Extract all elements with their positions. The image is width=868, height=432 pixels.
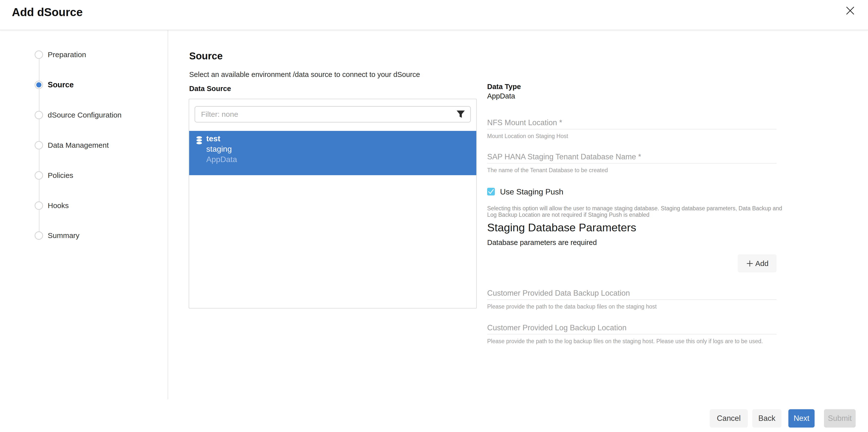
data-backup-location-field[interactable]: Customer Provided Data Backup Location P… xyxy=(487,288,776,310)
step-preparation[interactable]: Preparation xyxy=(35,50,86,59)
data-source-listbox: test staging AppData xyxy=(189,99,477,309)
step-circle xyxy=(35,171,43,180)
data-source-label: Data Source xyxy=(189,85,231,93)
staging-db-parameters-title: Staging Database Parameters xyxy=(487,221,636,234)
step-circle xyxy=(35,231,43,240)
log-backup-location-field[interactable]: Customer Provided Log Backup Location Pl… xyxy=(487,323,776,345)
database-icon xyxy=(196,136,203,144)
step-dsource-configuration[interactable]: dSource Configuration xyxy=(35,111,122,119)
step-circle xyxy=(35,201,43,210)
field-label: Customer Provided Data Backup Location xyxy=(487,288,776,298)
submit-button[interactable]: Submit xyxy=(824,409,856,428)
use-staging-push-label[interactable]: Use Staging Push xyxy=(500,187,563,197)
field-underline xyxy=(487,163,776,164)
step-circle xyxy=(35,51,43,59)
close-button[interactable] xyxy=(843,3,858,18)
filter-input[interactable] xyxy=(195,106,471,122)
step-label: dSource Configuration xyxy=(48,111,122,119)
step-label: Data Management xyxy=(48,141,109,149)
step-source[interactable]: Source xyxy=(35,80,74,89)
list-item-name: test xyxy=(206,133,237,144)
tenant-database-name-field[interactable]: SAP HANA Staging Tenant Database Name * … xyxy=(487,152,776,174)
use-staging-push-checkbox[interactable] xyxy=(487,188,495,196)
step-data-management[interactable]: Data Management xyxy=(35,141,109,150)
step-label: Summary xyxy=(48,231,80,240)
back-button[interactable]: Back xyxy=(752,409,781,428)
data-type-label: Data Type xyxy=(487,83,521,91)
add-parameter-button[interactable]: Add xyxy=(738,254,776,272)
field-underline xyxy=(487,334,776,335)
page-description: Select an available environment /data so… xyxy=(189,70,420,79)
list-item-text: test staging AppData xyxy=(206,133,237,165)
nfs-mount-location-field[interactable]: NFS Mount Location * Mount Location on S… xyxy=(487,118,776,140)
add-button-label: Add xyxy=(755,259,768,268)
field-label: SAP HANA Staging Tenant Database Name * xyxy=(487,152,776,162)
step-label: Source xyxy=(48,80,74,89)
field-helper: The name of the Tenant Database to be cr… xyxy=(487,167,776,174)
step-hooks[interactable]: Hooks xyxy=(35,201,69,210)
step-label: Policies xyxy=(48,171,73,180)
add-dsource-dialog: Add dSource Preparation Source dSource C… xyxy=(0,0,868,432)
step-label: Hooks xyxy=(48,201,69,210)
step-label: Preparation xyxy=(48,51,86,59)
sidebar-divider xyxy=(168,30,168,399)
step-policies[interactable]: Policies xyxy=(35,171,73,180)
dialog-title: Add dSource xyxy=(12,5,83,19)
checkbox-check-icon xyxy=(488,189,494,195)
list-item-environment: staging xyxy=(206,144,237,154)
next-button[interactable]: Next xyxy=(788,409,814,428)
field-helper: Please provide the path to the log backu… xyxy=(487,338,776,345)
list-item-data-type: AppData xyxy=(206,154,237,165)
step-circle xyxy=(35,141,43,149)
step-circle xyxy=(35,111,43,119)
field-underline xyxy=(487,129,776,129)
cancel-button[interactable]: Cancel xyxy=(710,409,748,428)
plus-icon xyxy=(746,259,754,268)
step-summary[interactable]: Summary xyxy=(35,231,80,240)
close-icon xyxy=(844,4,857,17)
data-source-list-item-selected[interactable]: test staging AppData xyxy=(189,131,476,175)
page-title: Source xyxy=(189,51,223,62)
data-type-value: AppData xyxy=(487,92,515,100)
dialog-header: Add dSource xyxy=(0,0,868,30)
field-helper: Please provide the path to the data back… xyxy=(487,303,776,310)
field-helper: Mount Location on Staging Host xyxy=(487,133,776,140)
field-label: Customer Provided Log Backup Location xyxy=(487,323,776,333)
field-underline xyxy=(487,299,776,300)
staging-db-parameters-subtitle: Database parameters are required xyxy=(487,238,597,247)
staging-push-description: Selecting this option will allow the use… xyxy=(487,205,787,218)
step-circle-active xyxy=(35,81,43,89)
field-label: NFS Mount Location * xyxy=(487,118,776,127)
